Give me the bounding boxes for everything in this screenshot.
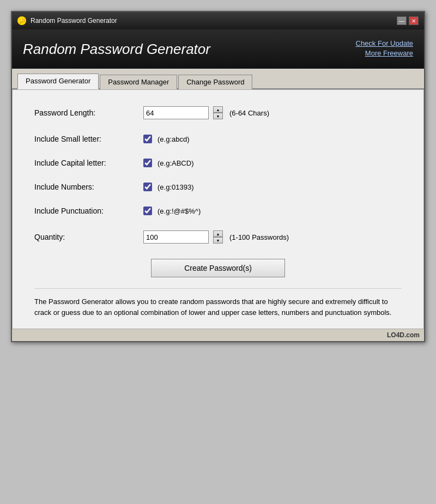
capital-letter-label: Include Capital letter: — [34, 159, 143, 167]
punctuation-row: Include Punctuation: (e.g:!@#$%^) — [34, 207, 402, 215]
small-letter-checkbox[interactable] — [143, 135, 152, 143]
app-icon: 🔑 — [17, 16, 26, 25]
more-freeware-link[interactable]: More Freeware — [356, 49, 414, 57]
tab-password-generator[interactable]: Password Generator — [17, 74, 99, 89]
numbers-row: Include Numbers: (e.g:01393) — [34, 183, 402, 191]
main-window: 🔑 Random Password Generator — ✕ Random P… — [11, 11, 425, 342]
punctuation-control: (e.g:!@#$%^) — [143, 207, 201, 215]
punctuation-checkbox[interactable] — [143, 207, 152, 215]
capital-letter-row: Include Capital letter: (e.g:ABCD) — [34, 159, 402, 167]
small-letter-control: (e.g:abcd) — [143, 135, 190, 143]
numbers-control: (e.g:01393) — [143, 183, 194, 191]
description-text: The Password Generator allows you to cre… — [34, 288, 402, 318]
quantity-down[interactable]: ▼ — [213, 237, 223, 244]
quantity-spinner: ▲ ▼ — [213, 230, 223, 244]
tab-change-password[interactable]: Change Password — [178, 75, 252, 89]
window-title: Random Password Generator — [31, 17, 117, 25]
password-length-spinner: ▲ ▼ — [213, 106, 223, 119]
create-btn-wrap: Create Password(s) — [34, 259, 402, 277]
small-letter-hint: (e.g:abcd) — [158, 135, 190, 143]
quantity-up[interactable]: ▲ — [213, 230, 223, 237]
password-length-up[interactable]: ▲ — [213, 106, 223, 113]
title-bar-left: 🔑 Random Password Generator — [17, 16, 117, 25]
password-length-label: Password Length: — [34, 108, 143, 117]
quantity-control: ▲ ▼ (1-100 Passwords) — [143, 230, 289, 244]
watermark: LO4D.com — [12, 329, 424, 341]
numbers-label: Include Numbers: — [34, 183, 143, 191]
password-length-control: ▲ ▼ (6-64 Chars) — [143, 106, 269, 119]
numbers-checkbox[interactable] — [143, 183, 152, 191]
password-length-input[interactable] — [143, 106, 209, 119]
password-length-hint: (6-64 Chars) — [229, 109, 269, 117]
punctuation-hint: (e.g:!@#$%^) — [158, 207, 201, 215]
quantity-hint: (1-100 Passwords) — [229, 233, 289, 241]
header-links: Check For Update More Freeware — [356, 39, 414, 59]
title-bar-controls: — ✕ — [397, 16, 419, 25]
numbers-hint: (e.g:01393) — [158, 183, 194, 191]
check-update-link[interactable]: Check For Update — [356, 39, 414, 47]
small-letter-row: Include Small letter: (e.g:abcd) — [34, 135, 402, 143]
tab-bar: Password Generator Password Manager Chan… — [12, 69, 424, 89]
capital-letter-control: (e.g:ABCD) — [143, 159, 193, 167]
close-button[interactable]: ✕ — [409, 16, 419, 25]
title-bar: 🔑 Random Password Generator — ✕ — [12, 12, 424, 29]
tab-password-manager[interactable]: Password Manager — [100, 75, 177, 89]
app-title: Random Password Generator — [23, 41, 210, 58]
minimize-button[interactable]: — — [397, 16, 407, 25]
quantity-input[interactable] — [143, 230, 209, 244]
password-length-row: Password Length: ▲ ▼ (6-64 Chars) — [34, 106, 402, 119]
capital-letter-checkbox[interactable] — [143, 159, 152, 167]
quantity-label: Quantity: — [34, 233, 143, 241]
punctuation-label: Include Punctuation: — [34, 207, 143, 215]
small-letter-label: Include Small letter: — [34, 135, 143, 143]
capital-letter-hint: (e.g:ABCD) — [158, 159, 193, 167]
quantity-row: Quantity: ▲ ▼ (1-100 Passwords) — [34, 230, 402, 244]
app-header: Random Password Generator Check For Upda… — [12, 29, 424, 69]
create-passwords-button[interactable]: Create Password(s) — [151, 259, 285, 277]
content-area: Password Length: ▲ ▼ (6-64 Chars) Includ… — [12, 89, 424, 329]
password-length-down[interactable]: ▼ — [213, 113, 223, 119]
watermark-text: LO4D.com — [387, 331, 420, 339]
